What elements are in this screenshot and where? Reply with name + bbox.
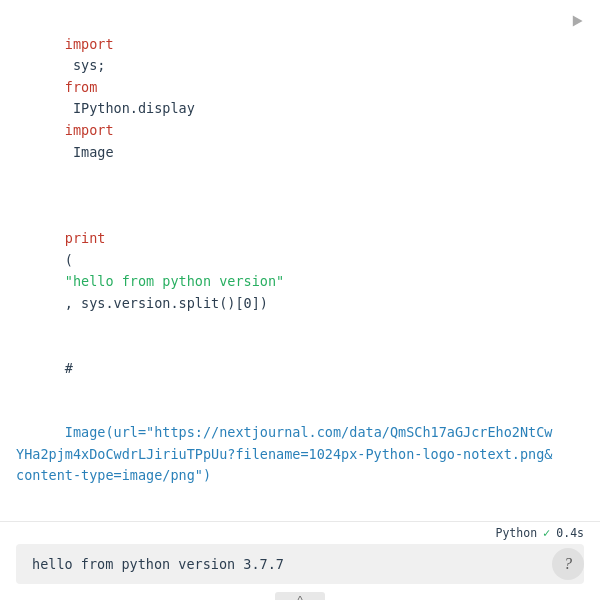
code-line-3: # xyxy=(16,336,554,401)
output-area: hello from python version 3.7.7 xyxy=(16,544,584,584)
code-paren: ( xyxy=(65,252,73,268)
keyword-from: from xyxy=(65,79,98,95)
code-args: , sys.version.split()[0]) xyxy=(65,295,268,311)
run-button[interactable] xyxy=(566,10,588,32)
collapse-button[interactable]: ^ xyxy=(275,592,325,600)
output-text: hello from python version 3.7.7 xyxy=(32,556,284,572)
check-icon: ✓ xyxy=(543,526,550,540)
code-line-4: Image(url="https://nextjournal.com/data/… xyxy=(16,401,554,509)
comment-hash: # xyxy=(65,360,73,376)
code-line-2: print ( "hello from python version" , sy… xyxy=(16,206,554,336)
keyword-import: import xyxy=(65,36,114,52)
keyword-print: print xyxy=(65,230,106,246)
code-text: Image xyxy=(65,144,114,160)
svg-marker-0 xyxy=(573,15,583,26)
code-cell: import sys; from IPython.display import … xyxy=(0,0,600,522)
help-button[interactable]: ? xyxy=(552,548,584,580)
collapse-section: ^ xyxy=(16,592,584,600)
code-editor[interactable]: import sys; from IPython.display import … xyxy=(16,12,584,509)
execution-time: 0.4s xyxy=(556,526,584,540)
code-line-1: import sys; from IPython.display import … xyxy=(16,12,554,185)
play-icon xyxy=(570,14,584,28)
code-line-blank xyxy=(16,185,554,207)
string-literal: "hello from python version" xyxy=(65,273,284,289)
language-label: Python xyxy=(496,526,538,540)
code-text: sys; xyxy=(65,57,114,73)
image-call: Image(url="https://nextjournal.com/data/… xyxy=(16,424,552,483)
cell-metadata: Python ✓ 0.4s xyxy=(0,522,600,544)
keyword-import2: import xyxy=(65,122,114,138)
code-text: IPython.display xyxy=(65,100,203,116)
